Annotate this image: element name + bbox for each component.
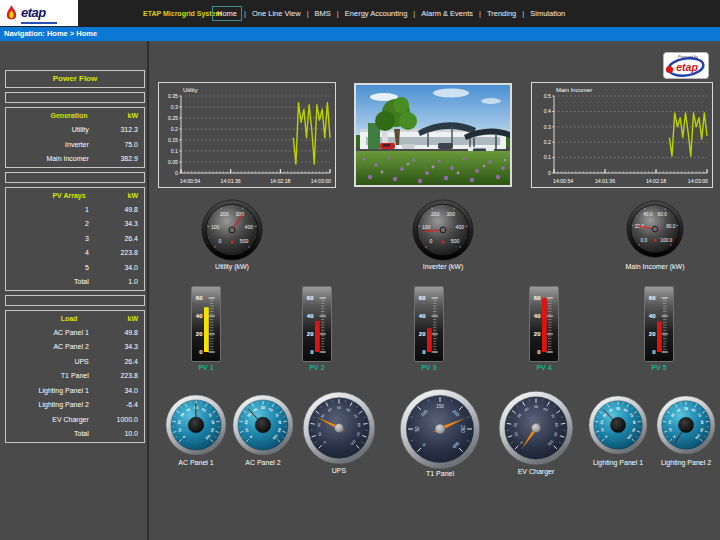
power-flow-row: Utility 312.3 <box>6 123 144 138</box>
spacer <box>5 172 145 183</box>
row-label: Lighting Panel 2 <box>6 398 89 413</box>
ev-charger-gauge: 0102030405060708090100 <box>498 390 574 466</box>
svg-text:0.3: 0.3 <box>544 124 551 130</box>
row-value: 10.0 <box>89 427 144 442</box>
power-flow-section: PV Arrays kW 1 49.8 2 34.3 3 26.4 4 223.… <box>5 187 145 291</box>
pv5-label: PV 5 <box>629 364 689 371</box>
svg-text:40: 40 <box>649 313 656 319</box>
power-flow-title: Power Flow <box>5 70 145 88</box>
svg-text:0: 0 <box>548 170 551 176</box>
row-label: Inverter <box>6 138 89 153</box>
svg-text:80: 80 <box>700 420 705 424</box>
svg-text:20: 20 <box>600 420 605 424</box>
power-flow-row: AC Panel 1 49.8 <box>6 326 144 341</box>
menu-item-trending[interactable]: Trending <box>483 7 520 20</box>
menu-item-one-line-view[interactable]: One Line View <box>248 7 305 20</box>
powered-by-etap-logo: etap Powered by <box>663 52 709 79</box>
power-flow-row: 3 26.4 <box>6 232 144 247</box>
svg-text:200: 200 <box>431 211 440 217</box>
row-value: 49.8 <box>89 326 144 341</box>
main-incomer-gauge-label: Main Incomer (kW) <box>595 263 715 270</box>
menu-item-energy-accounting[interactable]: Energy Accounting <box>341 7 412 20</box>
svg-text:60.0: 60.0 <box>658 212 668 217</box>
power-flow-row: Total 10.0 <box>6 427 144 442</box>
etap-logo[interactable]: etap <box>0 0 78 26</box>
row-label: AC Panel 2 <box>6 340 89 355</box>
svg-text:20: 20 <box>649 331 656 337</box>
power-flow-row: 4 223.8 <box>6 246 144 261</box>
svg-text:0.05: 0.05 <box>168 159 178 165</box>
ev-charger-label: EV Charger <box>476 468 596 475</box>
power-flow-row: 5 34.0 <box>6 261 144 276</box>
menu-separator: | <box>307 9 309 18</box>
row-value: 34.3 <box>89 217 144 232</box>
row-label: AC Panel 1 <box>6 326 89 341</box>
menu-item-bms[interactable]: BMS <box>311 7 335 20</box>
svg-text:Powered by: Powered by <box>678 55 699 59</box>
menu-separator: | <box>479 9 481 18</box>
svg-text:60: 60 <box>534 295 541 301</box>
row-value: 26.4 <box>89 355 144 370</box>
pv2-bar-gauge: 0204060 <box>302 286 332 362</box>
section-title: Load <box>6 311 112 326</box>
row-value: 312.3 <box>89 123 144 138</box>
power-flow-row: Inverter 75.0 <box>6 138 144 153</box>
utility-trend-chart: Utility00.050.10.150.20.250.30.3514:00:5… <box>158 82 336 188</box>
pv3-bar-gauge: 0204060 <box>414 286 444 362</box>
svg-text:20: 20 <box>177 420 182 425</box>
svg-text:0.25: 0.25 <box>168 115 178 121</box>
svg-text:0: 0 <box>219 238 222 244</box>
power-flow-row: 1 49.8 <box>6 203 144 218</box>
svg-text:14:02:18: 14:02:18 <box>646 178 666 184</box>
svg-text:50: 50 <box>415 426 420 431</box>
etap-flame-icon <box>5 5 18 22</box>
menu-separator: | <box>337 9 339 18</box>
svg-text:40: 40 <box>534 313 541 319</box>
row-value: 382.9 <box>89 152 144 167</box>
svg-text:Utility: Utility <box>183 87 198 93</box>
menu-item-simulation[interactable]: Simulation <box>526 7 569 20</box>
lighting-panel-1-gauge: 0102030405060708090100 <box>588 395 648 455</box>
t1-panel-gauge: 050100150200250300 <box>399 388 481 470</box>
row-label: Total <box>6 275 89 290</box>
power-flow-row: Lighting Panel 1 34.0 <box>6 384 144 399</box>
row-value: 26.4 <box>89 232 144 247</box>
power-flow-row: Total 1.0 <box>6 275 144 290</box>
svg-text:50: 50 <box>261 406 265 410</box>
row-label: Lighting Panel 1 <box>6 384 89 399</box>
pv5-bar-gauge: 0204060 <box>644 286 674 362</box>
svg-text:14:00:54: 14:00:54 <box>180 178 200 184</box>
row-label: Total <box>6 427 89 442</box>
microgrid-site-illustration <box>356 85 510 185</box>
menu-item-alarm-events[interactable]: Alarm & Events <box>417 7 477 20</box>
main-incomer-gauge: 0.020.040.060.080.0100.0 <box>626 200 684 258</box>
svg-text:100.0: 100.0 <box>660 238 672 243</box>
spacer <box>5 295 145 306</box>
svg-text:50: 50 <box>534 405 538 409</box>
svg-text:80: 80 <box>277 420 282 425</box>
svg-text:400: 400 <box>456 224 465 230</box>
app-title: ETAP Microgrid System <box>143 10 222 17</box>
row-label: 5 <box>6 261 89 276</box>
svg-text:20: 20 <box>534 331 541 337</box>
svg-text:0: 0 <box>430 238 433 244</box>
svg-text:14:01:36: 14:01:36 <box>221 178 241 184</box>
row-value: 34.0 <box>89 384 144 399</box>
svg-text:0: 0 <box>175 170 178 176</box>
svg-text:60: 60 <box>649 295 656 301</box>
etap-logo-tagline <box>21 22 57 24</box>
main-incomer-trend-chart: Main Incomer00.10.20.30.40.514:00:5414:0… <box>531 82 713 188</box>
top-bar: etap ETAP Microgrid System Home|One Line… <box>0 0 720 27</box>
svg-text:20: 20 <box>196 331 203 337</box>
svg-text:20: 20 <box>317 423 322 428</box>
svg-text:14:02:18: 14:02:18 <box>270 178 290 184</box>
main-menu: Home|One Line View|BMS|Energy Accounting… <box>212 0 569 27</box>
svg-text:400: 400 <box>245 224 254 230</box>
svg-text:80.0: 80.0 <box>666 224 676 229</box>
menu-item-home[interactable]: Home <box>212 6 242 21</box>
svg-text:200: 200 <box>220 211 229 217</box>
power-flow-row: Lighting Panel 2 -6.4 <box>6 398 144 413</box>
svg-text:50: 50 <box>337 406 341 410</box>
svg-text:100: 100 <box>211 224 220 230</box>
power-flow-section: Load kW AC Panel 1 49.8 AC Panel 2 34.3 … <box>5 310 145 443</box>
